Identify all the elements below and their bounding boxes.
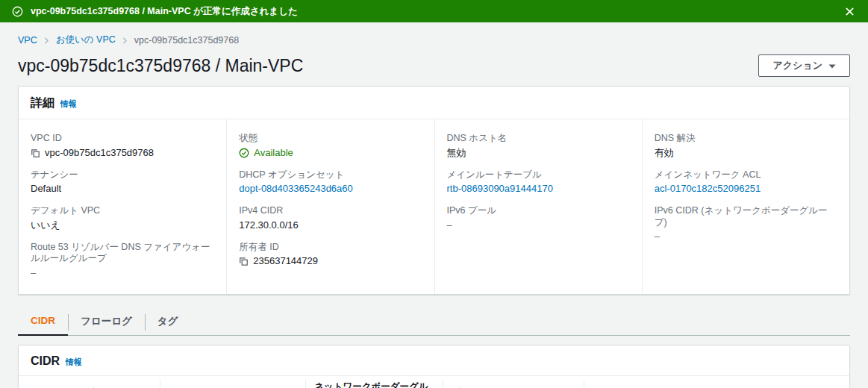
default-vpc-value: いいえ	[31, 219, 214, 232]
check-circle-icon	[12, 6, 23, 17]
chevron-right-icon	[44, 37, 49, 44]
column-header-pool[interactable]: プール	[443, 376, 584, 388]
cidr-info-link[interactable]: 情報	[66, 357, 82, 368]
tenancy-value: Default	[31, 183, 214, 195]
dns-resolution-value: 有効	[655, 147, 837, 160]
field-label: VPC ID	[31, 133, 214, 145]
state-value: Available	[254, 147, 293, 160]
dhcp-option-set-link[interactable]: dopt-08d403365243d6a60	[239, 183, 422, 195]
success-flashbar: vpc-09b75dc1c375d9768 / Main-VPC が正常に作成さ…	[0, 0, 868, 22]
field-label: IPv6 CIDR (ネットワークボーダーグループ)	[655, 205, 837, 228]
details-column-3: DNS ホスト名 無効 メインルートテーブル rtb-08693090a9144…	[434, 119, 642, 294]
breadcrumb: VPC お使いの VPC vpc-09b75dc1c375d9768	[18, 34, 850, 46]
vpc-id-value: vpc-09b75dc1c375d9768	[45, 147, 154, 160]
field-label: DNS 解決	[655, 133, 837, 145]
flashbar-message: vpc-09b75dc1c375d9768 / Main-VPC が正常に作成さ…	[31, 5, 836, 18]
column-header-network-border-group[interactable]: ネットワークボーダーグループ	[305, 376, 443, 388]
details-column-2: 状態 Available DHCP オプションセット dopt-08d40336…	[226, 119, 434, 294]
ipv4-cidr-value: 172.30.0.0/16	[239, 219, 422, 232]
cidr-panel-title: CIDR	[31, 354, 60, 368]
details-title: 詳細	[31, 96, 54, 111]
details-card-header: 詳細 情報	[19, 87, 849, 119]
chevron-right-icon	[122, 37, 128, 44]
copy-icon[interactable]	[239, 257, 249, 266]
table-header-row: アドレスタイプ CIDR ネットワークボーダーグループ プール ステータス	[19, 376, 849, 388]
details-card: 詳細 情報 VPC ID vpc-09b75dc1c375d9768 テナンシー…	[18, 86, 850, 295]
close-icon[interactable]	[843, 5, 856, 18]
field-dns-resolution: DNS 解決 有効	[655, 133, 837, 160]
field-dhcp-option-set: DHCP オプションセット dopt-08d403365243d6a60	[239, 169, 422, 196]
field-label: IPv6 プール	[447, 205, 630, 217]
field-label: IPv4 CIDR	[239, 205, 422, 217]
field-default-vpc: デフォルト VPC いいえ	[31, 205, 214, 232]
tab-flow-logs[interactable]: フローログ	[68, 311, 145, 335]
field-label: デフォルト VPC	[31, 205, 214, 217]
page-title: vpc-09b75dc1c375d9768 / Main-VPC	[18, 56, 303, 76]
details-info-link[interactable]: 情報	[60, 98, 77, 110]
field-label: 所有者 ID	[239, 242, 422, 254]
details-column-4: DNS 解決 有効 メインネットワーク ACL acl-0170c182c520…	[642, 119, 849, 294]
cidr-table: アドレスタイプ CIDR ネットワークボーダーグループ プール ステータス IP…	[19, 376, 849, 388]
field-route53-dns-firewall: Route 53 リゾルバー DNS ファイアウォールルールグループ –	[31, 242, 214, 280]
field-label: DNS ホスト名	[447, 133, 630, 145]
field-label: テナンシー	[31, 169, 214, 181]
tab-strip: CIDR フローログ タグ	[18, 311, 850, 336]
tab-cidr[interactable]: CIDR	[18, 311, 68, 335]
owner-id-value: 235637144729	[253, 255, 318, 268]
field-main-network-acl: メインネットワーク ACL acl-0170c182c52096251	[655, 169, 837, 196]
field-ipv6-cidr-nbg: IPv6 CIDR (ネットワークボーダーグループ) –	[655, 205, 837, 243]
details-column-1: VPC ID vpc-09b75dc1c375d9768 テナンシー Defau…	[19, 119, 226, 294]
check-circle-icon	[239, 148, 249, 158]
field-label: 状態	[239, 133, 422, 145]
actions-button-label: アクション	[772, 59, 822, 72]
field-state: 状態 Available	[239, 133, 422, 160]
dns-hostnames-value: 無効	[447, 147, 630, 160]
details-body: VPC ID vpc-09b75dc1c375d9768 テナンシー Defau…	[19, 119, 849, 294]
field-label: メインルートテーブル	[447, 169, 630, 181]
breadcrumb-current: vpc-09b75dc1c375d9768	[134, 35, 239, 46]
field-vpc-id: VPC ID vpc-09b75dc1c375d9768	[31, 133, 214, 160]
cidr-panel: CIDR 情報 アドレスタイプ CIDR ネットワークボーダーグループ プール …	[18, 345, 850, 388]
cidr-panel-header: CIDR 情報	[19, 345, 849, 376]
field-tenancy: テナンシー Default	[31, 169, 214, 196]
ipv6-pool-value: –	[447, 219, 630, 232]
field-main-route-table: メインルートテーブル rtb-08693090a91444170	[447, 169, 630, 196]
actions-button[interactable]: アクション	[758, 54, 850, 77]
route53-value: –	[31, 267, 214, 280]
column-header-cidr[interactable]: CIDR	[160, 376, 305, 388]
field-label: DHCP オプションセット	[239, 169, 422, 181]
main-network-acl-link[interactable]: acl-0170c182c52096251	[655, 183, 837, 195]
field-owner-id: 所有者 ID 235637144729	[239, 242, 422, 269]
caret-down-icon	[828, 60, 836, 72]
tab-tags[interactable]: タグ	[145, 311, 191, 335]
field-label: Route 53 リゾルバー DNS ファイアウォールルールグループ	[31, 242, 214, 265]
column-header-address-type[interactable]: アドレスタイプ	[19, 376, 160, 388]
ipv6-cidr-nbg-value: –	[655, 231, 837, 243]
column-header-status[interactable]: ステータス	[584, 376, 849, 388]
field-label: メインネットワーク ACL	[655, 169, 837, 181]
main-route-table-link[interactable]: rtb-08693090a91444170	[447, 183, 630, 195]
page-header: vpc-09b75dc1c375d9768 / Main-VPC アクション	[18, 54, 850, 77]
breadcrumb-link-your-vpcs[interactable]: お使いの VPC	[56, 34, 116, 46]
field-ipv6-pool: IPv6 プール –	[447, 205, 630, 232]
field-dns-hostnames: DNS ホスト名 無効	[447, 133, 630, 160]
field-ipv4-cidr: IPv4 CIDR 172.30.0.0/16	[239, 205, 422, 232]
copy-icon[interactable]	[31, 148, 40, 158]
breadcrumb-link-vpc[interactable]: VPC	[18, 35, 37, 46]
